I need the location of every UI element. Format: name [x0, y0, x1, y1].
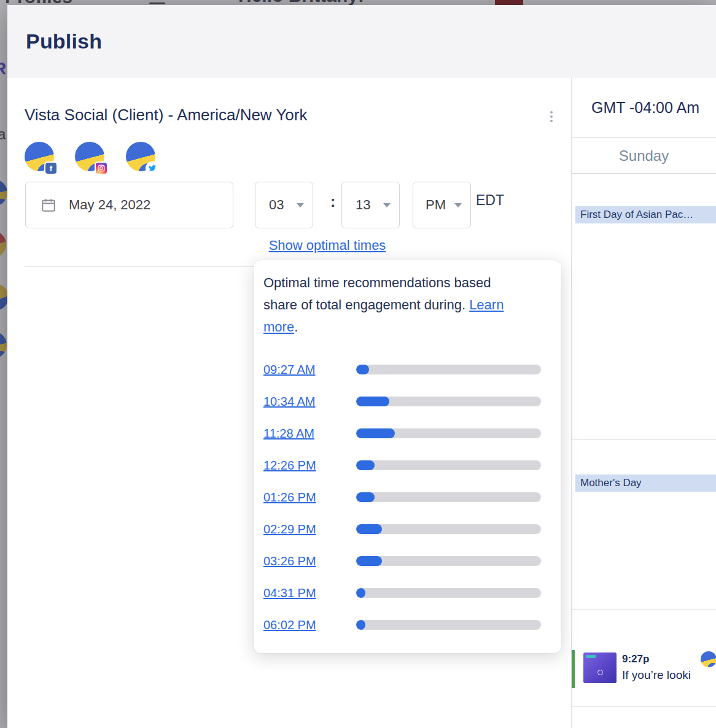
calendar-row-divider	[572, 440, 716, 440]
engagement-bar-track	[356, 365, 541, 374]
minute-select[interactable]: 13	[341, 182, 400, 228]
post-meta-row: 9:27p	[622, 651, 716, 667]
engagement-bar-fill	[356, 556, 382, 566]
instagram-icon	[96, 163, 107, 174]
optimal-time-row: 03:26 PM	[263, 545, 551, 577]
description-text: Optimal time recommendations based share…	[263, 275, 491, 312]
twitter-profile-avatar[interactable]	[126, 142, 155, 171]
engagement-bar-track	[356, 556, 541, 566]
publish-modal: Publish Vista Social (Client) - America/…	[7, 5, 716, 728]
optimal-times-popover: Optimal time recommendations based share…	[254, 260, 561, 653]
twitter-icon	[147, 163, 158, 174]
modal-header: Publish	[7, 5, 716, 78]
engagement-bar-fill	[356, 620, 365, 630]
profile-group-heading: Vista Social (Client) - America/New York	[25, 106, 307, 125]
time-separator: :	[324, 192, 341, 211]
calendar-event[interactable]: Mother's Day	[575, 474, 716, 492]
timezone-abbreviation: EDT	[476, 192, 504, 209]
engagement-bar-track	[356, 620, 541, 630]
engagement-bar-track	[356, 397, 541, 406]
engagement-bar-track	[356, 588, 541, 598]
date-picker-input[interactable]: May 24, 2022	[25, 182, 233, 228]
optimal-time-row: 11:28 AM	[263, 417, 551, 449]
post-status-accent	[572, 650, 575, 688]
modal-title: Publish	[26, 29, 102, 53]
optimal-time-row: 12:26 PM	[263, 449, 551, 481]
optimal-time-link[interactable]: 04:31 PM	[263, 586, 356, 600]
meridiem-value: PM	[426, 197, 446, 213]
modal-body: Vista Social (Client) - America/New York…	[7, 78, 716, 728]
post-caption: If you’re looki	[622, 668, 691, 682]
show-optimal-times-link[interactable]: Show optimal times	[254, 238, 401, 254]
profile-group-name: Vista Social	[25, 106, 107, 124]
facebook-icon: f	[45, 163, 56, 174]
meridiem-select[interactable]: PM	[413, 182, 471, 228]
engagement-bar-fill	[356, 428, 395, 438]
optimal-time-row: 10:34 AM	[263, 385, 551, 417]
engagement-bar-track	[356, 492, 541, 502]
date-value: May 24, 2022	[69, 197, 150, 213]
composer-panel: Vista Social (Client) - America/New York…	[7, 78, 572, 728]
chevron-down-icon	[454, 203, 462, 207]
calendar-event[interactable]: First Day of Asian Pac…	[575, 206, 716, 223]
hour-select[interactable]: 03	[255, 182, 313, 228]
post-thumbnail	[583, 652, 617, 683]
optimal-time-link[interactable]: 02:29 PM	[263, 522, 356, 536]
post-profile-avatar	[701, 651, 716, 667]
chevron-down-icon	[383, 203, 391, 207]
optimal-times-description: Optimal time recommendations based share…	[263, 272, 527, 338]
engagement-bar-fill	[356, 397, 389, 406]
engagement-bar-track	[356, 460, 541, 470]
description-suffix: .	[294, 319, 298, 335]
engagement-bar-fill	[356, 492, 375, 502]
calendar-row-divider	[572, 706, 716, 707]
optimal-time-link[interactable]: 09:27 AM	[263, 363, 356, 377]
calendar-panel: GMT -04:00 Am Sunday First Day of Asian …	[572, 78, 716, 728]
engagement-bar-track	[356, 524, 541, 534]
scheduled-post-card[interactable]: 9:27p If you’re looki	[572, 650, 716, 688]
post-time: 9:27p	[622, 653, 649, 665]
optimal-time-row: 04:31 PM	[263, 577, 551, 609]
optimal-time-row: 06:02 PM	[263, 609, 551, 641]
optimal-time-link[interactable]: 03:26 PM	[263, 554, 356, 568]
optimal-time-row: 01:26 PM	[263, 481, 551, 513]
optimal-times-list: 09:27 AM 10:34 AM 11:28 AM 12:26 PM	[263, 354, 551, 641]
optimal-time-link[interactable]: 10:34 AM	[263, 395, 356, 409]
minute-value: 13	[356, 197, 370, 213]
calendar-icon	[41, 197, 56, 213]
optimal-time-link[interactable]: 12:26 PM	[263, 459, 356, 473]
calendar-day-header: Sunday	[572, 138, 716, 174]
optimal-time-row: 09:27 AM	[263, 354, 551, 385]
engagement-bar-fill	[356, 588, 365, 598]
optimal-time-link[interactable]: 11:28 AM	[263, 427, 356, 441]
calendar-timezone-header: GMT -04:00 Am	[572, 78, 716, 138]
calendar-row-divider	[572, 610, 716, 610]
hour-value: 03	[269, 197, 284, 213]
screen: Profiles Hello Brittany! R a Publish Vis…	[0, 0, 716, 728]
chevron-down-icon	[297, 203, 304, 207]
more-options-icon[interactable]	[547, 107, 556, 126]
engagement-bar-fill	[356, 460, 375, 470]
optimal-time-link[interactable]: 01:26 PM	[263, 490, 356, 505]
facebook-profile-avatar[interactable]: f	[25, 142, 54, 171]
optimal-time-row: 02:29 PM	[263, 513, 551, 545]
optimal-time-link[interactable]: 06:02 PM	[263, 618, 356, 632]
instagram-profile-avatar[interactable]	[75, 142, 104, 171]
profile-group-timezone: (Client) - America/New York	[107, 106, 307, 124]
engagement-bar-fill	[356, 365, 369, 374]
engagement-bar-track	[356, 428, 541, 438]
engagement-bar-fill	[356, 524, 382, 534]
